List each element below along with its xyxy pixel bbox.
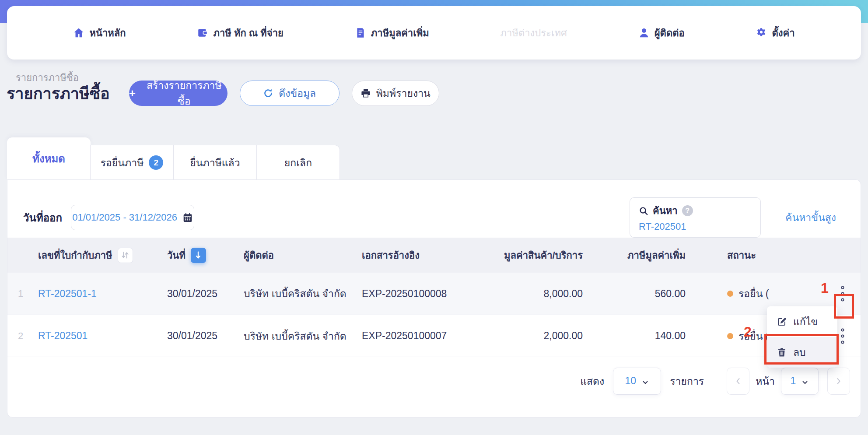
nav-item-label: ผู้ติดต่อ <box>654 25 685 41</box>
home-icon <box>73 27 84 39</box>
nav-item-label: ตั้งค่า <box>772 25 794 41</box>
tab-filed[interactable]: ยื่นภาษีแล้ว <box>173 145 257 180</box>
next-page-button[interactable] <box>827 368 850 395</box>
vat-cell: 140.00 <box>587 330 690 342</box>
row-number: 1 <box>7 288 34 299</box>
main-nav: หน้าหลัก ภาษี หัก ณ ที่จ่าย ภาษีมูลค่าเพ… <box>7 6 861 60</box>
tab-bar: ทั้งหมด รอยื่นภาษี 2 ยื่นภาษีแล้ว ยกเลิก <box>7 137 340 180</box>
invoice-cell: RT-202501 <box>34 330 163 342</box>
header-status: สถานะ <box>690 248 830 263</box>
plus-icon: + <box>129 88 136 99</box>
page: หน้าหลัก ภาษี หัก ณ ที่จ่าย ภาษีมูลค่าเพ… <box>0 0 868 435</box>
amount-cell: 8,000.00 <box>489 288 587 300</box>
pagination-bar: แสดง 10 รายการ หน้า 1 <box>7 357 861 405</box>
annotation-step1-number: 1 <box>821 280 829 296</box>
create-purchase-tax-button[interactable]: + สร้างรายการภาษีซื้อ <box>129 81 228 106</box>
print-report-button[interactable]: พิมพ์รายงาน <box>352 81 439 106</box>
create-button-label: สร้างรายการภาษีซื้อ <box>141 77 228 109</box>
header-vat: ภาษีมูลค่าเพิ่ม <box>587 248 690 263</box>
contact-cell: บริษัท เบบี้คริสตัน จำกัด <box>239 286 357 302</box>
invoice-link[interactable]: RT-202501 <box>38 330 88 342</box>
nav-item-label: ภาษีต่างประเทศ <box>500 25 567 41</box>
content-panel: วันที่ออก 01/01/2025 - 31/12/2026 ค้นหา … <box>7 179 861 417</box>
page-title: รายการภาษีซื้อ <box>7 81 110 106</box>
refresh-icon <box>263 88 273 98</box>
status-text: รอยื่น ( <box>738 286 769 302</box>
context-menu-delete-label: ลบ <box>793 344 806 360</box>
sort-invoice-button[interactable] <box>118 248 133 263</box>
date-cell: 30/01/2025 <box>163 330 239 342</box>
search-icon <box>639 206 648 216</box>
amount-cell: 2,000.00 <box>489 330 587 342</box>
tab-pending-filing[interactable]: รอยื่นภาษี 2 <box>90 145 174 180</box>
advanced-search-link[interactable]: ค้นหาขั้นสูง <box>785 210 836 225</box>
header-reference: เอกสารอ้างอิง <box>357 248 489 263</box>
per-page-select[interactable]: 10 <box>613 368 661 395</box>
row-actions-kebab-icon[interactable] <box>834 284 851 303</box>
search-input[interactable] <box>639 221 752 232</box>
header-invoice-number: เลขที่ใบกำกับภาษี <box>34 248 163 263</box>
context-menu-delete[interactable]: ลบ <box>767 337 837 368</box>
previous-page-button[interactable] <box>727 368 749 395</box>
document-icon <box>355 27 366 39</box>
contact-cell: บริษัท เบบี้คริสตัน จำกัด <box>239 328 357 344</box>
status-text: รอยื่น ( <box>738 328 769 344</box>
tab-all[interactable]: ทั้งหมด <box>7 137 91 180</box>
nav-item-home[interactable]: หน้าหลัก <box>73 25 126 41</box>
reference-cell: EXP-20250100008 <box>357 288 489 300</box>
tab-label: ยกเลิก <box>284 155 312 171</box>
current-page-value: 1 <box>791 375 796 387</box>
row-number: 2 <box>7 330 34 342</box>
reference-cell: EXP-20250100007 <box>357 330 489 342</box>
row-context-menu: แก้ไข ลบ <box>767 306 837 368</box>
tab-cancelled[interactable]: ยกเลิก <box>256 145 340 180</box>
page-label: หน้า <box>756 373 775 389</box>
nav-item-label: หน้าหลัก <box>89 25 126 41</box>
nav-item-label: ภาษีมูลค่าเพิ่ม <box>371 25 429 41</box>
fetch-button-label: ดึงข้อมูล <box>279 85 316 101</box>
nav-item-label: ภาษี หัก ณ ที่จ่าย <box>213 25 284 41</box>
edit-icon <box>777 316 787 327</box>
fetch-data-button[interactable]: ดึงข้อมูล <box>240 81 340 106</box>
chevron-left-icon <box>734 377 742 386</box>
header-date: วันที่ <box>163 248 239 263</box>
trash-icon <box>777 347 787 358</box>
nav-item-withholding-tax[interactable]: ภาษี หัก ณ ที่จ่าย <box>197 25 284 41</box>
title-row: รายการภาษีซื้อ + สร้างรายการภาษีซื้อ ดึง… <box>7 80 855 107</box>
chevron-right-icon <box>834 377 843 386</box>
vat-cell: 560.00 <box>587 288 690 300</box>
annotation-step2-number: 2 <box>744 324 752 340</box>
nav-item-vat[interactable]: ภาษีมูลค่าเพิ่ม <box>355 25 429 41</box>
header-amount: มูลค่าสินค้า/บริการ <box>489 248 587 263</box>
sort-date-button[interactable] <box>191 248 206 263</box>
chevron-down-icon <box>641 377 649 385</box>
table-row: 1 RT-202501-1 30/01/2025 บริษัท เบบี้คริ… <box>7 273 861 315</box>
search-box[interactable]: ค้นหา ? <box>630 197 761 238</box>
actions-cell <box>830 284 861 303</box>
person-icon <box>638 27 650 39</box>
table-header-row: เลขที่ใบกำกับภาษี วันที่ ผู้ติดต่อ เอกสา… <box>7 238 861 273</box>
invoice-link[interactable]: RT-202501-1 <box>38 288 97 300</box>
context-menu-edit[interactable]: แก้ไข <box>767 306 837 337</box>
pending-count-badge: 2 <box>149 155 163 170</box>
tab-label: รอยื่นภาษี <box>101 155 144 171</box>
issue-date-label: วันที่ออก <box>23 209 62 226</box>
date-range-input[interactable]: 01/01/2025 - 31/12/2026 <box>71 205 194 230</box>
purchase-tax-table: เลขที่ใบกำกับภาษี วันที่ ผู้ติดต่อ เอกสา… <box>7 238 861 357</box>
gear-icon <box>756 27 767 39</box>
invoice-cell: RT-202501-1 <box>34 288 163 300</box>
show-label: แสดง <box>580 373 604 389</box>
search-box-header: ค้นหา ? <box>639 203 752 218</box>
context-menu-edit-label: แก้ไข <box>793 314 818 330</box>
chevron-down-icon <box>801 377 809 385</box>
wallet-icon <box>197 27 208 39</box>
tab-label: ยื่นภาษีแล้ว <box>190 155 240 171</box>
status-pending-dot <box>727 291 733 297</box>
calendar-icon <box>182 212 193 223</box>
help-icon[interactable]: ? <box>682 205 693 216</box>
page-select[interactable]: 1 <box>781 368 819 395</box>
items-label: รายการ <box>670 373 704 389</box>
printer-icon <box>360 88 371 98</box>
nav-item-contacts[interactable]: ผู้ติดต่อ <box>638 25 685 41</box>
nav-item-settings[interactable]: ตั้งค่า <box>756 25 794 41</box>
